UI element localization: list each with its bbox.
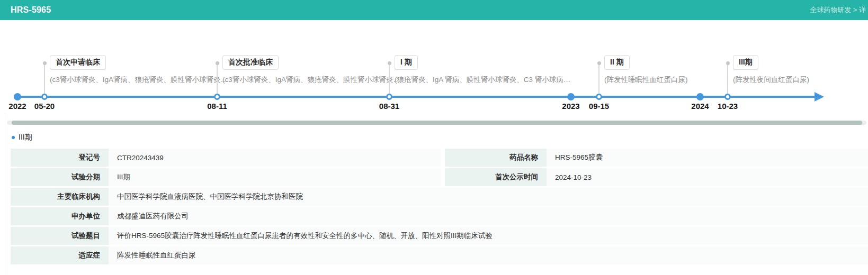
timeline-event-title[interactable]: 首次申请临床 xyxy=(50,55,106,70)
timeline-arrow-icon xyxy=(815,92,824,102)
table-row: 主要临床机构中国医学科学院血液病医院、中国医学科学院北京协和医院 xyxy=(11,188,868,206)
detail-label-cell: 试验题目 xyxy=(11,227,109,245)
timeline-connector xyxy=(389,65,390,94)
timeline-event-date: 09-15 xyxy=(589,102,609,111)
timeline: 202205-20首次申请临床(c3肾小球肾炎、IgA肾病、狼疮肾炎、膜性肾小球… xyxy=(0,0,868,119)
detail-value-cell: HRS-5965胶囊 xyxy=(547,149,868,167)
table-row: 试验题目评价HRS-5965胶囊治疗阵发性睡眠性血红蛋白尿患者的有效性和安全性的… xyxy=(11,227,868,245)
timeline-event-date: 08-11 xyxy=(207,102,227,111)
connector-top-dot-icon xyxy=(726,61,730,65)
timeline-year-dot xyxy=(567,93,575,100)
timeline-event-date: 05-20 xyxy=(34,102,55,111)
timeline-axis xyxy=(16,96,816,98)
detail-value-cell: 成都盛迪医药有限公司 xyxy=(109,207,868,225)
timeline-event-dot[interactable] xyxy=(41,94,48,100)
timeline-event-date: 08-31 xyxy=(379,102,399,111)
app-root: HRS-5965 全球药物研发 > 详 202205-20首次申请临床(c3肾小… xyxy=(0,0,868,275)
timeline-year-dot xyxy=(696,93,704,100)
table-row: 试验分期III期首次公示时间2024-10-23 xyxy=(11,168,868,186)
timeline-event-desc: (狼疮肾炎、IgA 肾病、膜性肾小球肾炎、C3 肾小球病… xyxy=(395,75,570,85)
detail-label-cell: 申办单位 xyxy=(11,207,109,225)
detail-label-cell: 适应症 xyxy=(11,246,109,264)
timeline-event-title[interactable]: 首次批准临床 xyxy=(222,55,279,70)
timeline-year-label: 2022 xyxy=(8,102,26,111)
detail-label-cell: 试验分期 xyxy=(11,168,109,186)
detail-panel: III期 登记号CTR20243439药品名称HRS-5965胶囊试验分期III… xyxy=(5,126,868,266)
detail-value-cell: 评价HRS-5965胶囊治疗阵发性睡眠性血红蛋白尿患者的有效性和安全性的多中心、… xyxy=(109,227,868,245)
timeline-event-dot[interactable] xyxy=(386,94,392,100)
detail-value-cell: 2024-10-23 xyxy=(547,168,868,186)
detail-value-cell: CTR20243439 xyxy=(109,149,441,167)
detail-label-cell: 首次公示时间 xyxy=(445,168,547,186)
timeline-event-desc: (阵发性夜间血红蛋白尿) xyxy=(733,75,809,85)
table-row: 申办单位成都盛迪医药有限公司 xyxy=(11,207,868,225)
timeline-event-dot[interactable] xyxy=(724,94,731,100)
section-title: III期 xyxy=(19,133,32,142)
timeline-event-title[interactable]: I 期 xyxy=(395,55,418,70)
timeline-year-dot xyxy=(14,93,21,100)
timeline-scrollbar[interactable] xyxy=(7,121,866,125)
connector-top-dot-icon xyxy=(388,61,391,65)
detail-value-cell: III期 xyxy=(109,168,441,186)
timeline-year-label: 2023 xyxy=(562,102,579,111)
detail-label-cell: 药品名称 xyxy=(445,149,547,167)
timeline-event-dot[interactable] xyxy=(214,94,220,100)
timeline-event-title[interactable]: II 期 xyxy=(604,55,630,70)
timeline-event-dot[interactable] xyxy=(596,94,602,100)
timeline-connector xyxy=(217,65,218,94)
connector-top-dot-icon xyxy=(216,61,219,65)
timeline-connector xyxy=(44,65,45,94)
detail-value-cell: 中国医学科学院血液病医院、中国医学科学院北京协和医院 xyxy=(109,188,868,206)
timeline-event-desc: (阵发性睡眠性血红蛋白尿) xyxy=(604,75,688,85)
detail-label-cell: 主要临床机构 xyxy=(11,188,109,206)
detail-label-cell: 登记号 xyxy=(11,149,109,167)
table-row: 适应症阵发性睡眠性血红蛋白尿 xyxy=(11,246,868,264)
timeline-connector xyxy=(727,65,728,94)
detail-value-cell: 阵发性睡眠性血红蛋白尿 xyxy=(109,246,868,264)
timeline-connector xyxy=(598,65,599,94)
section-header: III期 xyxy=(11,126,868,143)
timeline-event-date: 10-23 xyxy=(718,102,738,111)
timeline-event-desc: (c3肾小球肾炎、IgA肾病、狼疮肾炎、膜性肾小球肾炎… xyxy=(50,75,228,85)
timeline-event-title[interactable]: III期 xyxy=(733,55,758,70)
connector-top-dot-icon xyxy=(597,61,601,65)
details-table: 登记号CTR20243439药品名称HRS-5965胶囊试验分期III期首次公示… xyxy=(11,149,868,264)
timeline-year-label: 2024 xyxy=(691,102,709,111)
scrollbar-thumb-handle[interactable] xyxy=(12,121,862,125)
table-row: 登记号CTR20243439药品名称HRS-5965胶囊 xyxy=(11,149,868,167)
bullet-icon xyxy=(12,136,15,139)
timeline-event-desc: (c3肾小球肾炎、IgA肾病、狼疮肾炎、膜性肾小球肾炎… xyxy=(222,75,400,85)
connector-top-dot-icon xyxy=(43,61,47,65)
